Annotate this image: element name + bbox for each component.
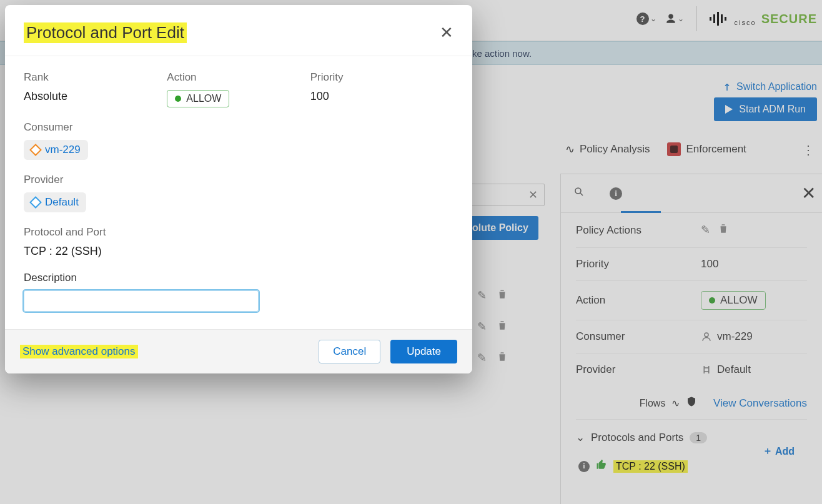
consumer-chip[interactable]: vm-229 bbox=[24, 140, 88, 160]
protocol-port-edit-modal: Protocol and Port Edit ✕ Rank Absolute A… bbox=[5, 5, 472, 373]
consumer-label: Consumer bbox=[24, 121, 453, 134]
allow-pill: ALLOW bbox=[167, 90, 229, 107]
consumer-value: vm-229 bbox=[45, 144, 81, 156]
rank-label: Rank bbox=[24, 71, 167, 84]
provider-value: Default bbox=[45, 196, 79, 209]
provider-chip[interactable]: Default bbox=[24, 192, 86, 212]
priority-value: 100 bbox=[310, 90, 453, 103]
protocol-port-value: TCP : 22 (SSH) bbox=[24, 245, 453, 258]
update-button[interactable]: Update bbox=[390, 340, 457, 363]
cancel-button[interactable]: Cancel bbox=[319, 340, 380, 363]
close-modal-icon[interactable]: ✕ bbox=[440, 23, 453, 42]
cube-blue-icon bbox=[29, 196, 42, 209]
protocol-port-label: Protocol and Port bbox=[24, 226, 453, 239]
action-value: ALLOW bbox=[186, 93, 221, 104]
priority-label: Priority bbox=[310, 71, 453, 84]
description-label: Description bbox=[24, 272, 453, 284]
status-dot-icon bbox=[175, 96, 181, 102]
cube-orange-icon bbox=[29, 144, 42, 156]
description-input[interactable] bbox=[24, 290, 259, 312]
show-advanced-options-link[interactable]: Show advanced options bbox=[20, 345, 138, 358]
modal-title: Protocol and Port Edit bbox=[24, 22, 187, 43]
provider-label: Provider bbox=[24, 174, 453, 186]
rank-value: Absolute bbox=[24, 90, 167, 103]
action-label: Action bbox=[167, 71, 310, 84]
